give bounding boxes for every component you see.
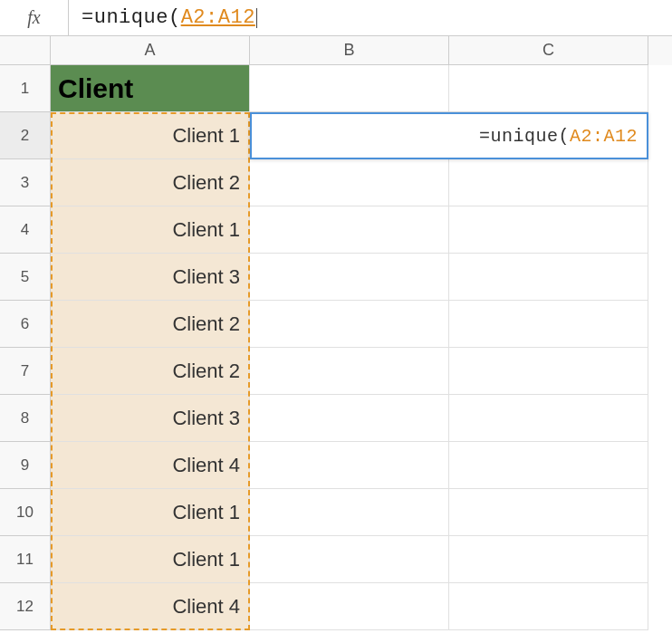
fx-icon[interactable]: fx	[0, 0, 69, 35]
row-header-9[interactable]: 9	[0, 442, 51, 489]
row-1: 1 Client	[0, 65, 672, 112]
editor-text-prefix: =unique(	[479, 126, 570, 147]
row-11: 11 Client 1	[0, 536, 672, 583]
cell-B4[interactable]	[250, 206, 449, 254]
cell-C4[interactable]	[449, 206, 648, 254]
row-7: 7 Client 2	[0, 348, 672, 395]
spreadsheet-grid[interactable]: A B C 1 Client 2 Client 1 3 Client 2 4 C…	[0, 36, 672, 630]
row-header-5[interactable]: 5	[0, 254, 51, 301]
cell-A6[interactable]: Client 2	[51, 301, 250, 348]
cell-C10[interactable]	[449, 489, 648, 536]
cell-C6[interactable]	[449, 301, 648, 348]
row-9: 9 Client 4	[0, 442, 672, 489]
cell-A7[interactable]: Client 2	[51, 348, 250, 395]
cell-B7[interactable]	[250, 348, 449, 395]
row-5: 5 Client 3	[0, 254, 672, 301]
row-header-6[interactable]: 6	[0, 301, 51, 348]
cell-B8[interactable]	[250, 395, 449, 442]
formula-bar: fx =unique(A2:A12	[0, 0, 672, 36]
cell-C11[interactable]	[449, 536, 648, 583]
text-cursor	[256, 8, 257, 28]
formula-text-prefix: =unique(	[82, 6, 181, 29]
cell-B6[interactable]	[250, 301, 449, 348]
formula-reference: A2:A12	[181, 6, 255, 29]
row-header-12[interactable]: 12	[0, 583, 51, 630]
row-8: 8 Client 3	[0, 395, 672, 442]
row-header-7[interactable]: 7	[0, 348, 51, 395]
cell-B12[interactable]	[250, 583, 449, 630]
cell-C3[interactable]	[449, 159, 648, 206]
row-header-4[interactable]: 4	[0, 206, 51, 254]
row-12: 12 Client 4	[0, 583, 672, 630]
cell-B11[interactable]	[250, 536, 449, 583]
cell-A1[interactable]: Client	[51, 65, 250, 112]
cell-C12[interactable]	[449, 583, 648, 630]
cell-A5[interactable]: Client 3	[51, 254, 250, 301]
row-header-2[interactable]: 2	[0, 112, 51, 159]
cell-A3[interactable]: Client 2	[51, 159, 250, 206]
cell-B1[interactable]	[250, 65, 449, 112]
editor-reference: A2:A12	[570, 126, 638, 147]
row-4: 4 Client 1	[0, 206, 672, 254]
cell-C7[interactable]	[449, 348, 648, 395]
cell-A9[interactable]: Client 4	[51, 442, 250, 489]
column-header-B[interactable]: B	[250, 36, 449, 65]
formula-input[interactable]: =unique(A2:A12	[69, 0, 672, 35]
cell-C5[interactable]	[449, 254, 648, 301]
row-header-11[interactable]: 11	[0, 536, 51, 583]
column-headers-row: A B C	[0, 36, 672, 65]
row-header-1[interactable]: 1	[0, 65, 51, 112]
cell-A12[interactable]: Client 4	[51, 583, 250, 630]
cell-C1[interactable]	[449, 65, 648, 112]
cell-B3[interactable]	[250, 159, 449, 206]
cell-B10[interactable]	[250, 489, 449, 536]
cell-C9[interactable]	[449, 442, 648, 489]
cell-C8[interactable]	[449, 395, 648, 442]
row-10: 10 Client 1	[0, 489, 672, 536]
cell-A10[interactable]: Client 1	[51, 489, 250, 536]
cell-A11[interactable]: Client 1	[51, 536, 250, 583]
active-cell-editor[interactable]: =unique(A2:A12	[250, 112, 648, 159]
cell-B9[interactable]	[250, 442, 449, 489]
column-header-C[interactable]: C	[449, 36, 648, 65]
row-header-10[interactable]: 10	[0, 489, 51, 536]
row-6: 6 Client 2	[0, 301, 672, 348]
row-3: 3 Client 2	[0, 159, 672, 206]
row-header-3[interactable]: 3	[0, 159, 51, 206]
cell-B5[interactable]	[250, 254, 449, 301]
cell-A2[interactable]: Client 1	[51, 112, 250, 159]
column-header-A[interactable]: A	[51, 36, 250, 65]
row-header-8[interactable]: 8	[0, 395, 51, 442]
cell-A4[interactable]: Client 1	[51, 206, 250, 254]
select-all-corner[interactable]	[0, 36, 51, 65]
cell-A8[interactable]: Client 3	[51, 395, 250, 442]
